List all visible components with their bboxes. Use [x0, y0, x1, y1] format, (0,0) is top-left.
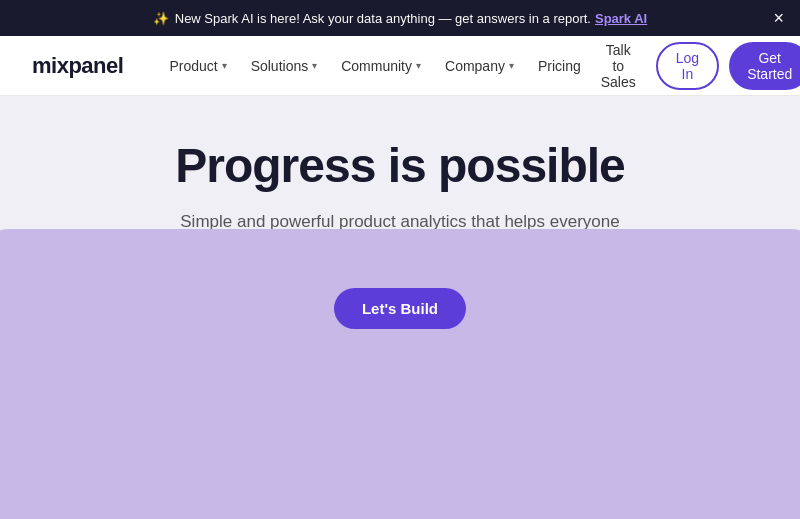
nav-actions: Talk to Sales Log In Get Started: [591, 36, 800, 96]
nav-solutions-label: Solutions: [251, 58, 309, 74]
get-started-button[interactable]: Get Started: [729, 42, 800, 90]
nav-item-company[interactable]: Company ▾: [435, 52, 524, 80]
login-button[interactable]: Log In: [656, 42, 719, 90]
announcement-text: New Spark AI is here! Ask your data anyt…: [175, 11, 591, 26]
decorative-layer: [0, 229, 800, 519]
nav-item-community[interactable]: Community ▾: [331, 52, 431, 80]
chevron-down-icon: ▾: [312, 60, 317, 71]
decorative-background: [0, 219, 800, 519]
nav-item-product[interactable]: Product ▾: [159, 52, 236, 80]
announcement-close-button[interactable]: ×: [773, 9, 784, 27]
announcement-bar: ✨ New Spark AI is here! Ask your data an…: [0, 0, 800, 36]
nav-item-pricing[interactable]: Pricing: [528, 52, 591, 80]
nav-links: Product ▾ Solutions ▾ Community ▾ Compan…: [159, 52, 590, 80]
chevron-down-icon: ▾: [509, 60, 514, 71]
nav-product-label: Product: [169, 58, 217, 74]
chevron-down-icon: ▾: [416, 60, 421, 71]
hero-title: Progress is possible: [175, 140, 625, 193]
nav-community-label: Community: [341, 58, 412, 74]
announcement-emoji: ✨: [153, 11, 169, 26]
chevron-down-icon: ▾: [222, 60, 227, 71]
spark-ai-link[interactable]: Spark AI: [595, 11, 647, 26]
main-nav: mixpanel Product ▾ Solutions ▾ Community…: [0, 36, 800, 96]
lets-build-button[interactable]: Let's Build: [334, 288, 466, 329]
logo[interactable]: mixpanel: [32, 53, 123, 79]
nav-item-solutions[interactable]: Solutions ▾: [241, 52, 328, 80]
talk-to-sales-button[interactable]: Talk to Sales: [591, 36, 646, 96]
hero-section: Progress is possible Simple and powerful…: [0, 96, 800, 519]
nav-pricing-label: Pricing: [538, 58, 581, 74]
nav-company-label: Company: [445, 58, 505, 74]
